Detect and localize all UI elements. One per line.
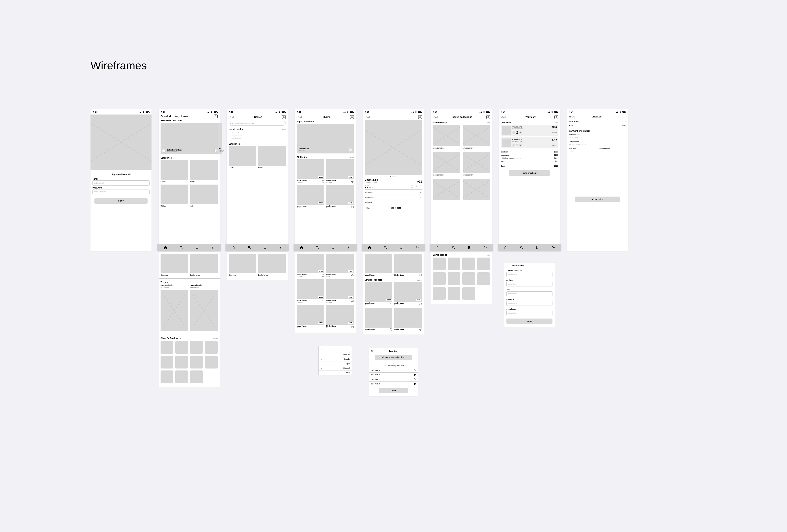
expand-description[interactable]: Description⌄ — [365, 189, 422, 195]
edit-link[interactable]: edit — [555, 122, 558, 124]
clear-recent-button[interactable]: clear — [282, 128, 286, 130]
product-card[interactable]: 250$Model NameProducer› — [297, 159, 324, 183]
producer-tile[interactable] — [161, 370, 173, 383]
tab-search[interactable] — [248, 246, 251, 249]
filter-row[interactable]: ⌄Size — [319, 370, 352, 375]
product-card[interactable]: 250$Model NameProducer› — [326, 185, 354, 209]
producer-tile[interactable] — [190, 341, 203, 354]
province-input[interactable]: name here — [506, 301, 552, 306]
category-card[interactable]: Outdoors — [229, 254, 256, 276]
category-card[interactable]: Bookshelves — [190, 254, 218, 276]
collection-card[interactable] — [463, 179, 490, 200]
profile-button[interactable] — [214, 114, 218, 118]
producer-tile[interactable] — [175, 356, 188, 368]
email-input[interactable]: enter e-mail — [92, 180, 150, 186]
tab-saved[interactable] — [195, 246, 199, 249]
category-card[interactable]: Kids — [190, 185, 218, 207]
tab-search[interactable] — [179, 246, 183, 249]
product-card[interactable]: 250$Model NameProducer› — [326, 279, 354, 303]
close-button[interactable]: ✕ — [506, 264, 508, 267]
tab-search[interactable] — [384, 246, 387, 249]
profile-button[interactable] — [350, 115, 354, 119]
featured-peek[interactable]: CollProducer´s Name — [214, 123, 222, 154]
expand-reviews[interactable]: Reviews⌄ — [365, 200, 422, 205]
qty-minus-button[interactable]: − — [512, 144, 515, 147]
delete-button[interactable]: Delete — [552, 144, 557, 146]
place-order-button[interactable]: place order — [575, 196, 620, 202]
brand-tile[interactable] — [433, 287, 446, 300]
close-button[interactable]: ✕ — [320, 348, 322, 350]
tab-saved[interactable] — [399, 246, 403, 249]
collection-option[interactable]: collection d — [369, 382, 418, 386]
producer-tile[interactable] — [161, 341, 173, 354]
filter-row[interactable]: ⌄Style — [319, 361, 352, 366]
brand-tile[interactable] — [433, 258, 446, 270]
product-card[interactable]: 250$Model NameProducer› — [297, 279, 324, 303]
producer-tile[interactable] — [190, 356, 203, 368]
product-card[interactable]: Model Name› — [394, 308, 422, 331]
done-button[interactable]: Done — [379, 388, 408, 393]
category-card[interactable]: Outdoors — [161, 254, 188, 276]
product-card[interactable]: 250$Model NameProducer› — [297, 305, 324, 329]
expand-delivery[interactable]: Deli — [363, 206, 374, 211]
tab-saved[interactable] — [535, 246, 539, 249]
tab-cart[interactable] — [211, 246, 215, 249]
edit-link[interactable]: edit — [487, 122, 490, 124]
tab-cart[interactable] — [552, 246, 555, 249]
recent-item[interactable]: chair number one — [231, 131, 286, 134]
category-card[interactable]: Chairs — [229, 146, 256, 169]
brand-tile[interactable] — [462, 272, 475, 285]
ar-icon[interactable] — [411, 185, 413, 188]
tab-home[interactable] — [232, 246, 235, 249]
collection-option[interactable]: collection c — [369, 377, 418, 382]
product-card[interactable]: 250$Model NameProducer› — [394, 282, 422, 306]
producer-tile[interactable] — [161, 356, 173, 368]
collection-option[interactable]: collection a — [369, 368, 418, 373]
collection-option[interactable]: collection b — [369, 373, 418, 377]
producer-tile[interactable] — [175, 341, 188, 354]
profile-button[interactable] — [418, 115, 422, 119]
recent-item[interactable]: collection name — [231, 137, 286, 140]
share-icon[interactable] — [415, 185, 418, 188]
producer-tile[interactable] — [190, 370, 203, 383]
name-input[interactable]: name here — [506, 272, 552, 277]
search-input[interactable]: model name, designer, etc. — [229, 121, 286, 126]
filter-button[interactable]: Filter — [350, 156, 354, 158]
bookmark-icon[interactable] — [420, 185, 422, 188]
featured-card[interactable]: Collection´s Name Producer´s Name — [161, 123, 218, 154]
edit-link[interactable]: edit — [623, 121, 626, 123]
category-card[interactable]: Sofas — [190, 160, 218, 183]
collection-card[interactable] — [433, 179, 460, 200]
collection-card[interactable]: collection name — [463, 152, 490, 176]
see-all-link[interactable]: See All — [417, 279, 422, 281]
back-button[interactable]: Back — [569, 116, 575, 118]
brand-tile[interactable] — [448, 258, 461, 270]
producer-tile[interactable] — [205, 341, 218, 354]
product-card[interactable]: 250$Model NameProducer› — [365, 282, 392, 306]
hero-card[interactable]: Model Name Producer — [297, 124, 354, 153]
collection-card[interactable]: collection name — [433, 125, 460, 149]
tab-home[interactable] — [368, 246, 371, 249]
brand-tile[interactable] — [462, 287, 475, 300]
back-button[interactable]: Back — [501, 116, 506, 118]
card-number-input[interactable]: 1234-1234-1234-1234 — [569, 143, 626, 146]
qty-minus-button[interactable]: − — [512, 131, 515, 134]
product-card[interactable]: Model Name› — [365, 254, 392, 276]
brand-tile[interactable] — [477, 258, 490, 270]
tab-saved[interactable] — [263, 246, 267, 249]
brand-tile[interactable] — [448, 287, 461, 300]
brand-tile[interactable] — [448, 272, 461, 285]
product-card[interactable]: 250$Model NameProducer› — [326, 254, 354, 277]
tab-saved[interactable] — [331, 246, 335, 249]
tab-cart[interactable] — [347, 246, 351, 249]
tab-search[interactable] — [316, 246, 319, 249]
tab-search[interactable] — [520, 246, 523, 249]
close-button[interactable]: ✕ — [371, 349, 373, 353]
qty-plus-button[interactable]: + — [519, 131, 522, 134]
change-address-link[interactable]: change address — [509, 157, 522, 159]
trend-image[interactable] — [161, 290, 188, 331]
city-input[interactable]: name here — [506, 291, 552, 296]
create-collection-button[interactable]: Create a new collection — [375, 355, 412, 360]
edit-link[interactable]: edit — [487, 254, 490, 256]
tab-home[interactable] — [300, 246, 303, 249]
